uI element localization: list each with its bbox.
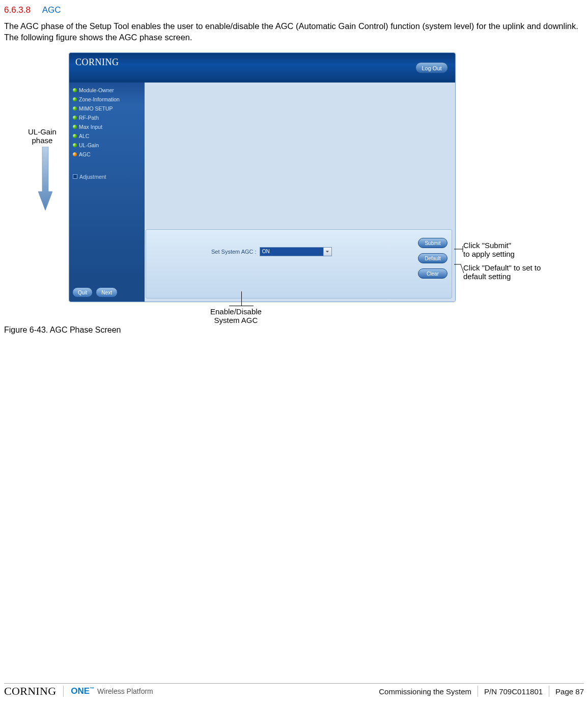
divider <box>478 686 478 697</box>
callout-ul-gain-l1: UL-Gain <box>28 127 57 136</box>
callout-enable-disable: Enable/Disable System AGC <box>210 307 262 325</box>
callout-ul-gain-l2: phase <box>28 136 57 145</box>
sidebar-item-module-owner[interactable]: Module-Owner <box>71 86 143 95</box>
sidebar-label: ALC <box>79 133 89 139</box>
callout-submit-l1: Click "Submit" <box>463 241 515 250</box>
trademark: ™ <box>90 686 94 691</box>
checkbox-icon <box>73 174 77 179</box>
status-led-icon <box>73 152 77 156</box>
chevron-down-icon[interactable] <box>323 248 331 256</box>
sidebar-label: Adjustment <box>79 174 106 180</box>
main-area: Set System AGC : ON Submit Default Clear <box>145 83 455 302</box>
down-arrow-icon <box>38 147 52 210</box>
status-led-icon <box>73 125 77 129</box>
submit-button[interactable]: Submit <box>418 238 447 248</box>
callout-default-l2: default setting <box>463 272 541 281</box>
sidebar-item-zone-information[interactable]: Zone-Information <box>71 95 143 104</box>
corning-logo: CORNING <box>4 685 56 698</box>
callout-ul-gain: UL-Gain phase <box>28 127 57 145</box>
sidebar-item-agc[interactable]: AGC <box>71 150 143 159</box>
figure: UL-Gain phase CORNING Log Out Module-Own… <box>0 43 588 302</box>
logout-button[interactable]: Log Out <box>415 62 448 73</box>
field-label-agc: Set System AGC : <box>211 249 257 255</box>
footer-section: Commissioning the System <box>379 687 471 696</box>
footer-page: Page 87 <box>555 687 584 696</box>
leader-line-icon <box>241 291 242 306</box>
footer: CORNING ONE™ Wireless Platform Commissio… <box>0 685 588 700</box>
status-led-icon <box>73 97 77 101</box>
select-value: ON <box>260 248 323 256</box>
sidebar-label: RF-Path <box>79 115 99 121</box>
callout-default: Click "Default" to set to default settin… <box>463 263 541 281</box>
status-led-icon <box>73 134 77 138</box>
callout-enable-l1: Enable/Disable <box>210 307 262 316</box>
intro-paragraph: The AGC phase of the Setup Tool enables … <box>0 19 588 43</box>
next-button[interactable]: Next <box>96 287 118 297</box>
sidebar-label: Module-Owner <box>79 87 114 93</box>
default-button[interactable]: Default <box>418 253 447 263</box>
sidebar-label: MIMO SETUP <box>79 105 113 112</box>
section-title: AGC <box>42 5 61 15</box>
sidebar-label: AGC <box>79 151 91 157</box>
divider <box>549 686 549 697</box>
app-window: CORNING Log Out Module-Owner Zone-Inform… <box>69 52 456 302</box>
system-agc-select[interactable]: ON <box>260 247 332 256</box>
one-text: ONE <box>71 686 90 696</box>
brand: CORNING <box>75 57 119 67</box>
status-led-icon <box>73 116 77 120</box>
status-led-icon <box>73 106 77 111</box>
sidebar-label: Zone-Information <box>79 96 120 102</box>
clear-button[interactable]: Clear <box>418 268 447 279</box>
status-led-icon <box>73 143 77 147</box>
sidebar-item-max-input[interactable]: Max Input <box>71 122 143 131</box>
section-number: 6.6.3.8 <box>4 5 31 15</box>
sidebar-item-adjustment[interactable]: Adjustment <box>71 172 143 181</box>
callout-submit: Click "Submit" to apply setting <box>463 241 515 259</box>
sidebar-item-alc[interactable]: ALC <box>71 131 143 141</box>
sidebar-label: UL-Gain <box>79 142 99 148</box>
figure-caption: Figure 6-43. AGC Phase Screen <box>0 302 588 335</box>
sidebar-label: Max Input <box>79 124 102 130</box>
app-header: CORNING Log Out <box>69 53 455 83</box>
sidebar-item-ul-gain[interactable]: UL-Gain <box>71 141 143 150</box>
sidebar-item-mimo-setup[interactable]: MIMO SETUP <box>71 104 143 113</box>
footer-pn: P/N 709C011801 <box>484 687 543 696</box>
sidebar: Module-Owner Zone-Information MIMO SETUP… <box>69 83 145 302</box>
callout-submit-l2: to apply setting <box>463 250 515 258</box>
one-logo: ONE™ Wireless Platform <box>71 686 153 696</box>
quit-button[interactable]: Quit <box>72 287 93 297</box>
sidebar-item-rf-path[interactable]: RF-Path <box>71 113 143 122</box>
one-sub: Wireless Platform <box>95 687 153 695</box>
divider <box>63 686 64 697</box>
work-panel: Set System AGC : ON Submit Default Clear <box>146 229 452 299</box>
callout-default-l1: Click "Default" to set to <box>463 263 541 272</box>
footer-divider <box>4 683 584 684</box>
status-led-icon <box>73 88 77 92</box>
callout-enable-l2: System AGC <box>210 316 262 324</box>
